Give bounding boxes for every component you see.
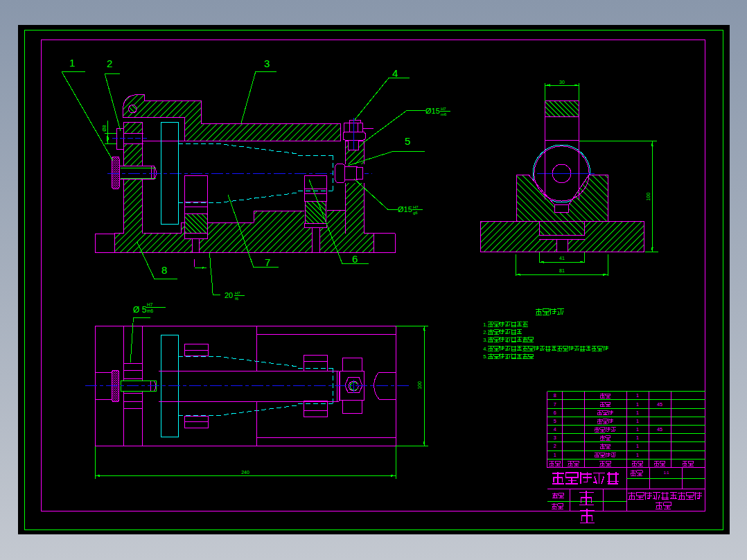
svg-text:Ø 5: Ø 5 [133, 305, 147, 315]
svg-text:Ø8: Ø8 [102, 125, 107, 131]
svg-text:4.: 4. [483, 346, 487, 352]
svg-text:1:1: 1:1 [664, 471, 669, 475]
svg-text:g6: g6 [413, 211, 418, 215]
svg-text:1: 1 [636, 402, 639, 407]
svg-text:2.: 2. [483, 329, 487, 335]
svg-text:1: 1 [636, 393, 639, 398]
svg-text:H7: H7 [147, 302, 153, 307]
svg-text:4: 4 [554, 427, 556, 432]
svg-text:45: 45 [657, 402, 662, 407]
svg-text:30: 30 [559, 80, 565, 85]
svg-text:1: 1 [554, 453, 556, 457]
svg-text:45: 45 [657, 427, 662, 432]
svg-text:H7: H7 [441, 107, 446, 111]
svg-text:41: 41 [559, 256, 565, 261]
svg-text:240: 240 [241, 470, 249, 475]
svg-text:8: 8 [161, 264, 167, 276]
svg-text:Ø15: Ø15 [425, 107, 440, 115]
svg-text:3: 3 [554, 435, 556, 440]
svg-text:f6: f6 [235, 297, 239, 301]
svg-text:8: 8 [554, 393, 556, 398]
svg-text:1: 1 [636, 453, 639, 457]
svg-text:H7: H7 [413, 205, 419, 209]
svg-text:5: 5 [554, 419, 556, 423]
svg-text:20: 20 [225, 291, 233, 299]
svg-text:Ø15: Ø15 [398, 205, 412, 213]
svg-text:H7: H7 [235, 291, 240, 295]
svg-text:1.: 1. [483, 322, 487, 328]
svg-text:81: 81 [559, 268, 565, 273]
svg-text:5: 5 [405, 135, 410, 147]
svg-text:100: 100 [417, 381, 422, 390]
svg-text:2: 2 [107, 58, 112, 69]
svg-text:6: 6 [554, 410, 556, 415]
svg-text:1: 1 [636, 410, 639, 415]
svg-text:1: 1 [636, 419, 639, 423]
svg-text:m6: m6 [441, 112, 447, 116]
svg-text:7: 7 [554, 402, 556, 407]
svg-text:1: 1 [636, 427, 639, 432]
svg-text:2: 2 [554, 444, 556, 448]
svg-text:m6: m6 [147, 308, 153, 313]
svg-text:100: 100 [647, 193, 651, 201]
svg-text:3.: 3. [483, 337, 487, 343]
svg-text:1: 1 [636, 444, 639, 448]
svg-text:6: 6 [352, 253, 358, 265]
svg-text:5.: 5. [483, 353, 487, 360]
svg-text:1: 1 [636, 435, 639, 440]
svg-text:4: 4 [392, 67, 398, 79]
svg-text:7: 7 [265, 256, 270, 268]
svg-text:3: 3 [264, 58, 270, 69]
svg-text:1: 1 [69, 57, 75, 69]
